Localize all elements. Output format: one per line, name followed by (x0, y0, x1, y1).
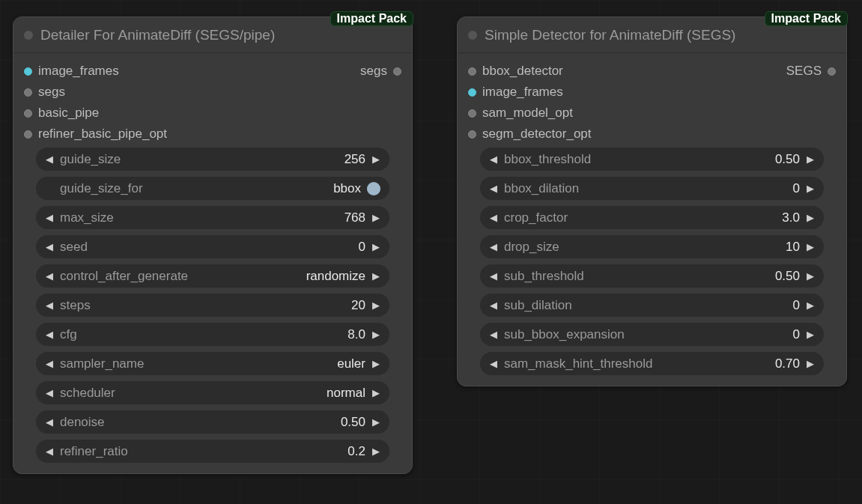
input-basic-pipe[interactable]: basic_pipe (21, 103, 404, 124)
widget-value[interactable]: 8.0 (347, 327, 365, 342)
increment-icon[interactable]: ▶ (806, 300, 815, 311)
input-bbox-detector[interactable]: bbox_detector SEGS (465, 61, 839, 82)
decrement-icon[interactable]: ◀ (489, 183, 498, 194)
widget-scheduler[interactable]: ◀ scheduler normal ▶ (36, 381, 389, 404)
widget-drop-size[interactable]: ◀ drop_size 10 ▶ (480, 235, 824, 258)
widget-value[interactable]: 0.50 (775, 269, 800, 284)
decrement-icon[interactable]: ◀ (489, 300, 498, 311)
increment-icon[interactable]: ▶ (371, 358, 380, 369)
widget-denoise[interactable]: ◀ denoise 0.50 ▶ (36, 410, 389, 434)
widget-seed[interactable]: ◀ seed 0 ▶ (36, 235, 389, 258)
decrement-icon[interactable]: ◀ (45, 270, 54, 282)
widget-sampler-name[interactable]: ◀ sampler_name euler ▶ (36, 352, 389, 375)
decrement-icon[interactable]: ◀ (45, 154, 54, 165)
decrement-icon[interactable]: ◀ (489, 154, 498, 165)
increment-icon[interactable]: ▶ (806, 358, 815, 369)
increment-icon[interactable]: ▶ (371, 212, 380, 223)
input-segs[interactable]: segs (21, 82, 404, 103)
input-socket-icon[interactable] (468, 109, 476, 118)
decrement-icon[interactable]: ◀ (489, 212, 498, 223)
increment-icon[interactable]: ▶ (371, 387, 380, 398)
input-segm-detector-opt[interactable]: segm_detector_opt (465, 124, 839, 145)
widget-bbox-dilation[interactable]: ◀ bbox_dilation 0 ▶ (480, 177, 824, 200)
decrement-icon[interactable]: ◀ (489, 329, 498, 340)
increment-icon[interactable]: ▶ (806, 212, 815, 223)
widget-value[interactable]: 0 (793, 298, 800, 313)
increment-icon[interactable]: ▶ (371, 154, 380, 165)
decrement-icon[interactable]: ◀ (45, 416, 54, 428)
widget-max-size[interactable]: ◀ max_size 768 ▶ (36, 206, 389, 229)
toggle-icon[interactable] (367, 182, 380, 195)
widget-value[interactable]: 3.0 (782, 210, 800, 225)
input-socket-icon[interactable] (468, 88, 476, 97)
decrement-icon[interactable]: ◀ (489, 241, 498, 252)
decrement-icon[interactable]: ◀ (45, 446, 54, 457)
input-socket-icon[interactable] (24, 109, 32, 118)
increment-icon[interactable]: ▶ (371, 241, 380, 252)
widget-value[interactable]: 0 (793, 327, 800, 342)
widget-value[interactable]: 0 (793, 181, 800, 196)
output-segs[interactable]: segs (360, 61, 401, 82)
widget-sub-dilation[interactable]: ◀ sub_dilation 0 ▶ (480, 294, 824, 317)
increment-icon[interactable]: ▶ (371, 270, 380, 282)
input-socket-icon[interactable] (468, 67, 476, 76)
widget-cfg[interactable]: ◀ cfg 8.0 ▶ (36, 323, 389, 346)
collapse-dot-icon[interactable] (24, 31, 33, 40)
widget-sub-bbox-expansion[interactable]: ◀ sub_bbox_expansion 0 ▶ (480, 323, 824, 346)
widget-value[interactable]: euler (337, 356, 365, 371)
widget-value[interactable]: 0.50 (775, 152, 800, 167)
increment-icon[interactable]: ▶ (806, 241, 815, 252)
collapse-dot-icon[interactable] (468, 31, 477, 40)
widget-value[interactable]: 0.70 (775, 356, 800, 371)
widget-sub-threshold[interactable]: ◀ sub_threshold 0.50 ▶ (480, 264, 824, 288)
widget-control-after-generate[interactable]: ◀ control_after_generate randomize ▶ (36, 264, 389, 288)
widget-value[interactable]: 0.2 (347, 444, 365, 459)
increment-icon[interactable]: ▶ (806, 270, 815, 282)
widget-value[interactable]: 256 (345, 152, 365, 167)
widget-sam-mask-hint-threshold[interactable]: ◀ sam_mask_hint_threshold 0.70 ▶ (480, 352, 824, 375)
output-socket-icon[interactable] (393, 67, 401, 76)
widget-crop-factor[interactable]: ◀ crop_factor 3.0 ▶ (480, 206, 824, 229)
node-detailer-animatediff[interactable]: Impact Pack Detailer For AnimateDiff (SE… (13, 16, 413, 474)
increment-icon[interactable]: ▶ (806, 329, 815, 340)
node-simple-detector-animatediff[interactable]: Impact Pack Simple Detector for AnimateD… (457, 16, 847, 386)
widget-guide-size-for[interactable]: ◀ guide_size_for bbox (36, 177, 389, 200)
widget-value[interactable]: 768 (345, 210, 365, 225)
decrement-icon[interactable]: ◀ (489, 358, 498, 369)
input-image-frames[interactable]: image_frames (465, 82, 839, 103)
decrement-icon[interactable]: ◀ (489, 270, 498, 282)
widget-value[interactable]: normal (327, 386, 365, 401)
input-label: bbox_detector (482, 64, 563, 79)
widget-value[interactable]: 20 (351, 298, 365, 313)
widget-bbox-threshold[interactable]: ◀ bbox_threshold 0.50 ▶ (480, 148, 824, 171)
widget-value[interactable]: randomize (306, 269, 365, 284)
widget-value[interactable]: 0 (359, 240, 365, 255)
increment-icon[interactable]: ▶ (806, 183, 815, 194)
increment-icon[interactable]: ▶ (806, 154, 815, 165)
decrement-icon[interactable]: ◀ (45, 358, 54, 369)
widget-value[interactable]: 0.50 (341, 415, 365, 430)
widget-guide-size[interactable]: ◀ guide_size 256 ▶ (36, 148, 389, 171)
input-socket-icon[interactable] (24, 88, 32, 97)
widget-label: bbox_dilation (504, 181, 579, 196)
decrement-icon[interactable]: ◀ (45, 212, 54, 223)
decrement-icon[interactable]: ◀ (45, 387, 54, 398)
widget-value[interactable]: 10 (786, 240, 800, 255)
decrement-icon[interactable]: ◀ (45, 300, 54, 311)
decrement-icon[interactable]: ◀ (45, 241, 54, 252)
widget-refiner-ratio[interactable]: ◀ refiner_ratio 0.2 ▶ (36, 440, 389, 463)
input-image-frames[interactable]: image_frames segs (21, 61, 404, 82)
increment-icon[interactable]: ▶ (371, 300, 380, 311)
widget-steps[interactable]: ◀ steps 20 ▶ (36, 294, 389, 317)
input-socket-icon[interactable] (24, 130, 32, 139)
increment-icon[interactable]: ▶ (371, 416, 380, 428)
decrement-icon[interactable]: ◀ (45, 329, 54, 340)
increment-icon[interactable]: ▶ (371, 446, 380, 457)
increment-icon[interactable]: ▶ (371, 329, 380, 340)
output-socket-icon[interactable] (828, 67, 836, 76)
input-socket-icon[interactable] (24, 67, 32, 76)
output-segs[interactable]: SEGS (786, 61, 836, 82)
input-socket-icon[interactable] (468, 130, 476, 139)
input-refiner-basic-pipe-opt[interactable]: refiner_basic_pipe_opt (21, 124, 404, 145)
input-sam-model-opt[interactable]: sam_model_opt (465, 103, 839, 124)
